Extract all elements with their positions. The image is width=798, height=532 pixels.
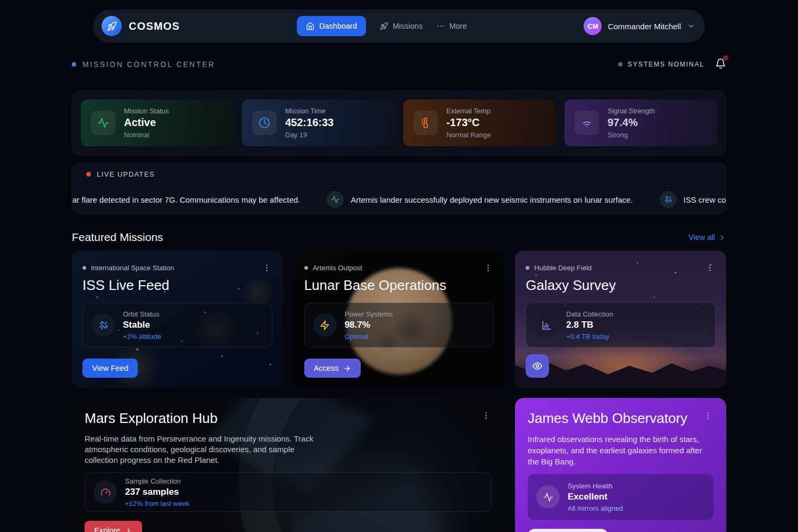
user-name: Commander Mitchell bbox=[608, 22, 681, 31]
kebab-menu-icon[interactable] bbox=[483, 262, 494, 273]
tag-dot bbox=[526, 266, 529, 270]
kebab-menu-icon[interactable] bbox=[261, 262, 272, 273]
page-header: MISSION CONTROL CENTER SYSTEMS NOMINAL bbox=[72, 57, 726, 71]
bar-chart-icon bbox=[535, 313, 558, 337]
kebab-menu-icon[interactable] bbox=[702, 410, 713, 421]
chevron-right-icon bbox=[125, 527, 132, 532]
mission-title: Lunar Base Operations bbox=[304, 277, 494, 294]
panel-sub: +12% from last week bbox=[125, 500, 189, 508]
nav-more-label: More bbox=[449, 22, 467, 30]
arrow-right-icon bbox=[343, 364, 351, 372]
ticker-item: Artemis lander successfully deployed new… bbox=[327, 191, 633, 208]
view-button[interactable] bbox=[526, 354, 549, 378]
access-button[interactable]: Access bbox=[304, 359, 361, 378]
systems-status-dot bbox=[618, 62, 622, 66]
live-dot bbox=[86, 172, 91, 177]
mission-card-iss[interactable]: International Space Station ISS Live Fee… bbox=[72, 251, 283, 388]
rocket-icon bbox=[380, 22, 388, 30]
access-label: Access bbox=[314, 364, 339, 372]
view-discoveries-button[interactable]: View discoveries bbox=[528, 529, 608, 532]
kebab-menu-icon[interactable] bbox=[480, 410, 492, 421]
stats-panel: Mission Status Active Nominal Mission Ti… bbox=[72, 90, 726, 155]
stat-label: Mission Time bbox=[285, 107, 334, 115]
panel-label: System Health bbox=[568, 482, 623, 490]
stat-card-external-temp: External Temp -173°C Normal Range bbox=[403, 99, 556, 146]
ticker-text: ISS crew completes critical E bbox=[684, 195, 726, 204]
mission-stat-panel: Data Collection 2.8 TB +0.4 TB today bbox=[526, 303, 716, 347]
stat-sub: Nominal bbox=[124, 131, 169, 139]
mission-card-galaxy[interactable]: Hubble Deep Field Galaxy Survey Data Col… bbox=[515, 251, 726, 388]
chevron-down-icon bbox=[687, 22, 695, 30]
stat-label: Mission Status bbox=[124, 107, 169, 115]
cosmos-logo-rocket-icon[interactable] bbox=[102, 16, 122, 36]
view-feed-button[interactable]: View Feed bbox=[82, 359, 138, 378]
nav-tab-missions[interactable]: Missions bbox=[380, 22, 422, 30]
ticker-text: Artemis lander successfully deployed new… bbox=[351, 195, 633, 204]
panel-label: Data Collection bbox=[566, 310, 613, 318]
stat-label: Signal Strength bbox=[608, 107, 655, 115]
tag-dot bbox=[82, 266, 86, 270]
mission-card-mars[interactable]: Mars Exploration Hub Real-time data from… bbox=[72, 398, 504, 532]
systems-status-label: SYSTEMS NOMINAL bbox=[628, 61, 704, 68]
panel-value: Excellent bbox=[568, 492, 623, 502]
thermometer-icon bbox=[413, 111, 438, 135]
notifications-button[interactable] bbox=[715, 58, 726, 71]
page-title: MISSION CONTROL CENTER bbox=[82, 60, 215, 69]
stat-sub: Strong bbox=[608, 131, 655, 139]
mission-title: James Webb Observatory bbox=[528, 410, 687, 427]
mission-description: Real-time data from Perseverance and Ing… bbox=[85, 434, 325, 466]
user-avatar: CM bbox=[584, 17, 602, 35]
activity-icon bbox=[91, 111, 115, 135]
panel-value: 237 samples bbox=[125, 487, 189, 497]
mission-card-webb[interactable]: James Webb Observatory Infrared observat… bbox=[515, 398, 726, 532]
stat-card-signal-strength: Signal Strength 97.4% Strong bbox=[564, 99, 717, 146]
zap-icon bbox=[313, 313, 337, 337]
live-updates-panel: LIVE UPDATES ar flare detected in sector… bbox=[72, 163, 726, 214]
eye-icon bbox=[532, 361, 543, 371]
gauge-icon bbox=[94, 480, 117, 504]
explore-label: Explore bbox=[94, 526, 120, 532]
nav-tab-dashboard[interactable]: Dashboard bbox=[297, 16, 366, 36]
activity-icon bbox=[536, 485, 560, 509]
mission-stat-panel: Sample Collection 237 samples +12% from … bbox=[85, 472, 492, 512]
panel-value: 98.7% bbox=[345, 320, 393, 330]
chevron-right-icon bbox=[718, 234, 726, 242]
systems-status-badge: SYSTEMS NOMINAL bbox=[618, 61, 704, 68]
mission-title: Mars Exploration Hub bbox=[85, 410, 218, 427]
title-status-dot bbox=[72, 62, 76, 66]
stat-card-mission-status: Mission Status Active Nominal bbox=[81, 99, 234, 146]
ticker-item: ISS crew completes critical E bbox=[660, 191, 726, 208]
panel-sub: +2% altitude bbox=[123, 332, 161, 340]
mission-tag: Hubble Deep Field bbox=[534, 264, 592, 272]
stat-sub: Day 19 bbox=[285, 131, 334, 139]
mission-title: ISS Live Feed bbox=[82, 277, 272, 294]
stat-value: 452:16:33 bbox=[285, 117, 334, 129]
mission-card-lunar[interactable]: Artemis Outpost Lunar Base Operations Po… bbox=[294, 251, 505, 388]
top-navbar: COSMOS Dashboard Missions More CM Comman… bbox=[93, 10, 705, 43]
explore-button[interactable]: Explore bbox=[85, 521, 142, 532]
wifi-icon bbox=[575, 111, 599, 135]
stat-value: Active bbox=[124, 117, 169, 129]
stat-sub: Normal Range bbox=[446, 131, 491, 139]
panel-sub: +0.4 TB today bbox=[566, 332, 613, 340]
mission-tag: Artemis Outpost bbox=[313, 264, 362, 272]
brand-name: COSMOS bbox=[129, 20, 180, 32]
panel-label: Power Systems bbox=[345, 310, 393, 318]
notification-dot bbox=[723, 55, 728, 61]
panel-value: Stable bbox=[123, 320, 161, 330]
stat-label: External Temp bbox=[446, 107, 491, 115]
mission-stat-panel: System Health Excellent All mirrors alig… bbox=[528, 474, 713, 520]
user-menu[interactable]: CM Commander Mitchell bbox=[584, 17, 695, 35]
mission-stat-panel: Power Systems 98.7% Optimal bbox=[304, 303, 494, 347]
panel-sub: Optimal bbox=[345, 332, 393, 340]
nav-tab-more[interactable]: More bbox=[436, 22, 467, 30]
nav-missions-label: Missions bbox=[393, 22, 422, 30]
view-all-link[interactable]: View all bbox=[688, 233, 726, 242]
nav-dashboard-label: Dashboard bbox=[319, 22, 357, 30]
stat-card-mission-time: Mission Time 452:16:33 Day 19 bbox=[242, 99, 395, 146]
kebab-menu-icon[interactable] bbox=[704, 262, 716, 273]
panel-label: Sample Collection bbox=[125, 477, 189, 485]
home-icon bbox=[306, 22, 314, 30]
satellite-icon bbox=[660, 191, 677, 208]
satellite-icon bbox=[92, 313, 115, 337]
